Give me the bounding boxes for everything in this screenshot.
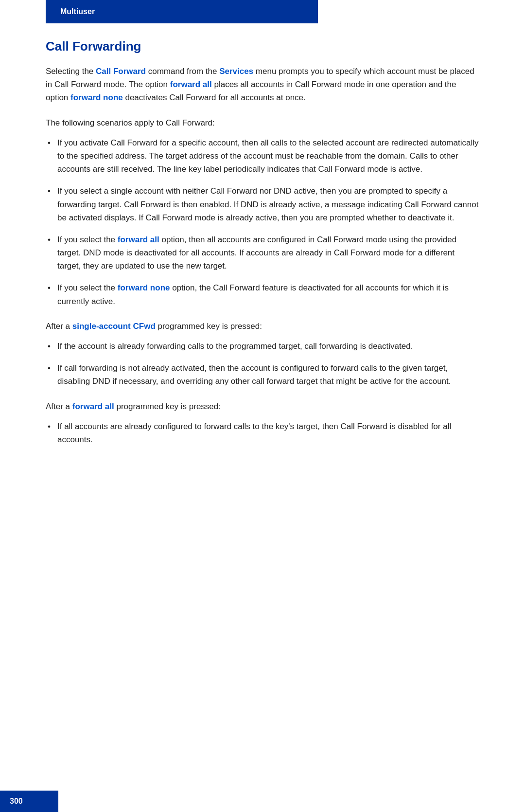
forward-none-link-intro: forward none [70,93,123,102]
forward-all-link-intro: forward all [170,80,212,89]
content-area: Call Forwarding Selecting the Call Forwa… [46,23,479,487]
bullet-3-part1: If you select the [57,235,118,244]
bullet-4-part1: If you select the [57,283,118,292]
list-item: If you select the forward all option, th… [46,233,479,273]
list-item: If the account is already forwarding cal… [46,340,479,353]
forward-all-text-1: After a [46,402,72,411]
single-account-cfwd-link: single-account CFwd [72,322,156,331]
sa-bullet-1: If the account is already forwarding cal… [57,342,413,351]
page-number: 300 [10,797,23,805]
footer-bar: 300 [0,791,58,812]
call-forward-link: Call Forward [96,67,146,76]
fa-bullet-1: If all accounts are already configured t… [57,422,451,444]
bullet-2-text: If you select a single account with neit… [57,186,478,222]
list-item: If call forwarding is not already activa… [46,361,479,388]
intro-paragraph: Selecting the Call Forward command from … [46,65,479,105]
intro-text-5: deactivates Call Forward for all account… [123,93,306,102]
scenarios-bullet-list: If you activate Call Forward for a speci… [46,136,479,308]
forward-all-link-bullet3: forward all [118,235,159,244]
bullet-1-text: If you activate Call Forward for a speci… [57,138,479,174]
list-item: If you select a single account with neit… [46,184,479,224]
scenarios-intro: The following scenarios apply to Call Fo… [46,116,479,129]
forward-all-bullet-list: If all accounts are already configured t… [46,420,479,446]
sa-bullet-2: If call forwarding is not already activa… [57,363,451,386]
forward-none-link-bullet4: forward none [118,283,170,292]
forward-all-key-link: forward all [72,402,114,411]
services-link: Services [219,67,253,76]
single-account-text-1: After a [46,322,72,331]
forward-all-intro: After a forward all programmed key is pr… [46,400,479,413]
single-account-intro: After a single-account CFwd programmed k… [46,320,479,333]
header-bar: Multiuser [46,0,318,23]
page-title: Call Forwarding [46,39,479,54]
list-item: If you select the forward none option, t… [46,281,479,307]
intro-text-2: command from the [146,67,219,76]
list-item: If you activate Call Forward for a speci… [46,136,479,176]
header-label: Multiuser [60,7,95,16]
forward-all-text-2: programmed key is pressed: [114,402,221,411]
list-item: If all accounts are already configured t… [46,420,479,446]
intro-text-1: Selecting the [46,67,96,76]
single-account-bullet-list: If the account is already forwarding cal… [46,340,479,388]
single-account-text-2: programmed key is pressed: [156,322,262,331]
